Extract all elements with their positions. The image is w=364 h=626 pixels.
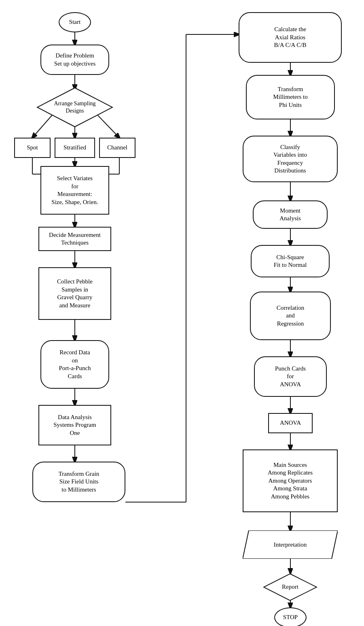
decide-measurement-node: Decide Measurement Techniques: [38, 227, 111, 251]
report-label: Report: [282, 583, 298, 591]
correlation-label: Correlation and Regression: [277, 304, 304, 328]
flowchart: Start Define Problem Set up objectives A…: [0, 0, 364, 626]
spot-node: Spot: [14, 138, 51, 158]
correlation-node: Correlation and Regression: [250, 292, 331, 340]
interpretation-node: Interpretation: [243, 530, 338, 559]
moment-analysis-node: Moment Analysis: [253, 200, 328, 229]
calculate-axial-label: Calculate the Axial Ratios B/A C/A C/B: [274, 26, 306, 49]
report-container: Report: [263, 573, 317, 601]
main-sources-node: Main Sources Among Replicates Among Oper…: [243, 449, 338, 512]
stop-label: STOP: [283, 613, 298, 622]
channel-node: Channel: [99, 138, 135, 158]
decide-measurement-label: Decide Measurement Techniques: [49, 231, 101, 247]
record-data-label: Record Data on Port-a-Punch Cards: [59, 349, 91, 380]
interpretation-label: Interpretation: [274, 541, 307, 548]
start-label: Start: [69, 18, 80, 26]
transform-mm-node: Transform Millimeters to Phi Units: [246, 75, 335, 119]
arrange-sampling-label: Arrange Sampling Designs: [54, 100, 95, 115]
punch-cards-node: Punch Cards for ANOVA: [254, 356, 327, 397]
punch-cards-label: Punch Cards for ANOVA: [275, 365, 306, 389]
report-diamond: Report: [263, 573, 317, 601]
data-analysis-node: Data Analysis Systems Program One: [38, 405, 111, 445]
collect-pebble-label: Collect Pebble Samples in Gravel Quarry …: [57, 278, 93, 309]
chi-square-node: Chi-Square Fit to Normal: [251, 245, 330, 277]
classify-variables-label: Classify Variables into Frequency Distri…: [273, 143, 307, 175]
stratified-label: Stratified: [63, 144, 86, 152]
anova-node: ANOVA: [268, 413, 313, 433]
data-analysis-label: Data Analysis Systems Program One: [53, 413, 96, 437]
main-sources-label: Main Sources Among Replicates Among Oper…: [268, 461, 313, 501]
transform-grain-label: Transform Grain Size Field Units to Mill…: [59, 470, 99, 494]
collect-pebble-node: Collect Pebble Samples in Gravel Quarry …: [38, 267, 111, 320]
stratified-node: Stratified: [55, 138, 95, 158]
start-node: Start: [59, 12, 91, 32]
define-problem-node: Define Problem Set up objectives: [40, 45, 109, 75]
select-variates-node: Select Variates for Measurement: Size, S…: [40, 166, 109, 215]
arrange-sampling-container: Arrange Sampling Designs: [36, 87, 113, 128]
channel-label: Channel: [107, 144, 127, 152]
arrange-sampling-diamond: Arrange Sampling Designs: [36, 87, 113, 128]
define-problem-label: Define Problem Set up objectives: [54, 52, 95, 68]
transform-mm-label: Transform Millimeters to Phi Units: [273, 85, 307, 109]
spot-label: Spot: [27, 144, 38, 152]
transform-grain-node: Transform Grain Size Field Units to Mill…: [32, 462, 125, 502]
chi-square-label: Chi-Square Fit to Normal: [274, 253, 307, 269]
anova-label: ANOVA: [280, 419, 301, 427]
classify-variables-node: Classify Variables into Frequency Distri…: [243, 136, 338, 182]
moment-analysis-label: Moment Analysis: [279, 207, 301, 223]
stop-node: STOP: [274, 607, 307, 626]
record-data-node: Record Data on Port-a-Punch Cards: [40, 340, 109, 389]
select-variates-label: Select Variates for Measurement: Size, S…: [51, 175, 98, 206]
calculate-axial-node: Calculate the Axial Ratios B/A C/A C/B: [239, 12, 342, 63]
